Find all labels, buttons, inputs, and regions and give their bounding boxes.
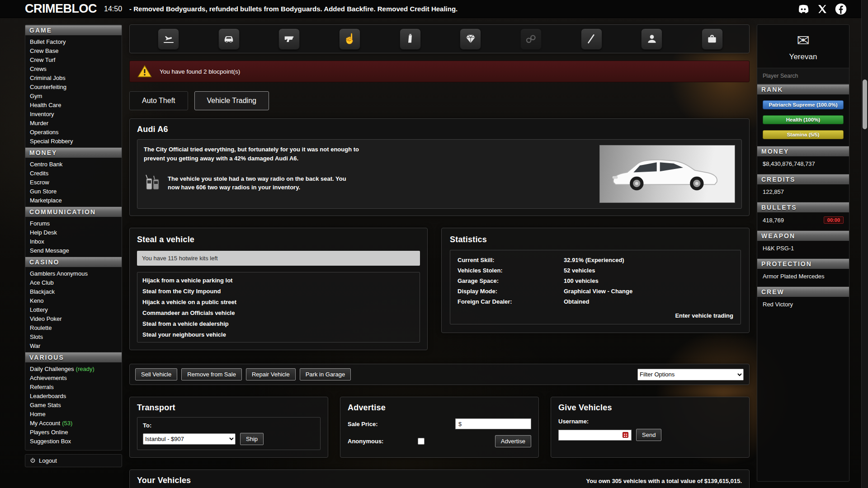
sale-price-field: $ [455, 418, 531, 429]
mail-icon[interactable]: ✉ [797, 32, 810, 48]
x-icon[interactable] [817, 4, 828, 14]
sidebar-item[interactable]: Counterfeiting [25, 82, 122, 91]
to-label: To: [143, 422, 315, 429]
sidebar-item[interactable]: Crew Turf [25, 55, 122, 64]
sidebar-item[interactable]: Achievements [25, 373, 122, 382]
sidebar-item[interactable]: Daily Challenges(ready) [25, 364, 122, 373]
sidebar-item[interactable]: Bullet Factory [25, 37, 122, 46]
sidebar-item[interactable]: Inbox [25, 237, 122, 246]
logout-button[interactable]: Logout [25, 454, 122, 467]
sidebar-item[interactable]: War [25, 341, 122, 350]
sale-price-input[interactable] [463, 421, 522, 427]
vehicle-action-button[interactable]: Repair Vehicle [246, 368, 296, 380]
steal-option-link[interactable]: Steal from the City Impound [137, 286, 420, 296]
advertise-button[interactable]: Advertise [495, 435, 531, 447]
sidebar-item[interactable]: Leaderboards [25, 391, 122, 400]
sidebar-item[interactable]: Murder [25, 118, 122, 127]
rank-badges: Patriarch Supreme (100.0%) Health (100%)… [757, 94, 849, 146]
player-panel: ✉ Yerevan RANK Patriarch Supreme (100.0%… [757, 24, 849, 482]
sidebar-item[interactable]: Escrow [25, 178, 122, 187]
send-button[interactable]: Send [636, 429, 661, 441]
sidebar-item[interactable]: Referrals [25, 382, 122, 391]
sidebar-item[interactable]: My Account(53) [25, 418, 122, 427]
sidebar-item[interactable]: Slots [25, 332, 122, 341]
sidebar-item[interactable]: Lottery [25, 305, 122, 314]
steal-option-link[interactable]: Hijack from a vehicle parking lot [137, 275, 420, 286]
sidebar-item[interactable]: Ace Club [25, 278, 122, 287]
mail-wrap: ✉ [757, 25, 849, 48]
sidebar-item[interactable]: Suggestion Box [25, 436, 122, 446]
vehicle-result-panel: Audi A6 The City Official tried everythi… [129, 118, 750, 216]
rank-progress-badge: Patriarch Supreme (100.0%) [763, 100, 844, 109]
anonymous-checkbox[interactable] [418, 438, 425, 445]
steal-option-link[interactable]: Hijack a vehicle on a public street [137, 296, 420, 307]
sidebar-item[interactable]: Keno [25, 296, 122, 305]
username-input[interactable] [561, 432, 615, 438]
filter-options-select[interactable]: Filter Options [637, 369, 744, 380]
sidebar-item[interactable]: Gamblers Anonymous [25, 269, 122, 278]
sidebar-item[interactable]: Marketplace [25, 196, 122, 205]
sidebar-item[interactable]: Crew Base [25, 46, 122, 55]
scrollbar-thumb[interactable] [863, 80, 867, 129]
ammo-clip-icon[interactable] [400, 28, 421, 50]
sidebar-item[interactable]: Gym [25, 91, 122, 100]
sidebar-item[interactable]: Special Robbery [25, 136, 122, 145]
vehicle-action-button[interactable]: Park in Garage [300, 368, 351, 380]
sidebar-item[interactable]: Criminal Jobs [25, 73, 122, 82]
sidebar-item[interactable]: Video Poker [25, 314, 122, 323]
diamond-icon[interactable] [460, 28, 481, 50]
vehicle-action-button[interactable]: Sell Vehicle [135, 368, 177, 380]
money-section-header: MONEY [757, 146, 849, 156]
left-sidebar: GAME Bullet Factory Crew Base Crew Turf … [25, 24, 122, 467]
tab-vehicle-trading[interactable]: Vehicle Trading [194, 91, 269, 110]
destination-select[interactable]: Istanbul - $907 [143, 433, 236, 445]
briefcase-icon[interactable] [702, 28, 723, 50]
sidebar-item[interactable]: Game Stats [25, 400, 122, 409]
sidebar-item-label: Forums [30, 220, 50, 227]
sidebar-item[interactable]: Roulette [25, 323, 122, 332]
sidebar-item[interactable]: Centro Bank [25, 160, 122, 169]
sidebar-item[interactable]: Help Desk [25, 228, 122, 237]
facebook-icon[interactable] [835, 3, 847, 15]
sidebar-item[interactable]: Gun Store [25, 187, 122, 196]
sidebar-item[interactable]: Credits [25, 169, 122, 178]
sidebar-item[interactable]: Home [25, 409, 122, 418]
sidebar-item[interactable]: Blackjack [25, 287, 122, 296]
steal-option-link[interactable]: Steal from a vehicle dealership [137, 318, 420, 329]
sidebar-item[interactable]: Inventory [25, 109, 122, 118]
sidebar-item[interactable]: Health Care [25, 100, 122, 109]
crimes-hand-icon[interactable]: ☝ [339, 28, 360, 50]
sidebar-list-various: Daily Challenges(ready) Achievements Ref… [25, 362, 122, 447]
sidebar-item-label: War [30, 343, 40, 349]
handcuffs-icon [520, 28, 542, 50]
knife-icon[interactable] [581, 28, 602, 50]
sidebar-item-label: Roulette [30, 324, 52, 331]
sidebar-item[interactable]: Crews [25, 64, 122, 73]
health-badge: Health (100%) [763, 115, 844, 124]
page-scrollbar[interactable] [861, 0, 868, 488]
vehicles-icon[interactable] [218, 28, 240, 50]
sidebar-item[interactable]: Operations [25, 127, 122, 136]
agent-icon[interactable] [641, 28, 662, 50]
give-vehicles-panel: Give Vehicles Username: Send [551, 397, 750, 458]
player-search-input[interactable] [757, 68, 849, 84]
sidebar-item-label: Blackjack [30, 288, 55, 295]
stat-value: 52 vehicles [564, 265, 595, 276]
sidebar-item-label: Gym [30, 93, 42, 99]
sidebar-list-communication: Forums Help Desk Inbox Send Message [25, 217, 122, 257]
sidebar-item[interactable]: Forums [25, 219, 122, 228]
steal-option-link[interactable]: Commandeer an Officials vehicle [137, 307, 420, 318]
enter-vehicle-trading-link[interactable]: Enter vehicle trading [675, 312, 733, 319]
travel-icon[interactable] [158, 28, 179, 50]
username-lookup-icon[interactable] [623, 432, 628, 438]
vehicle-action-button[interactable]: Remove from Sale [181, 368, 242, 380]
steal-option-link[interactable]: Steal your neighbours vehicle [137, 329, 420, 340]
discord-icon[interactable] [797, 2, 810, 16]
ship-button[interactable]: Ship [240, 433, 264, 445]
sidebar-item[interactable]: Send Message [25, 246, 122, 255]
sidebar-item[interactable]: Players Online [25, 427, 122, 436]
steal-panel-title: Steal a vehicle [137, 235, 420, 244]
gun-icon[interactable] [278, 28, 300, 50]
stat-row: Foreign Car Dealer: Obtained [458, 296, 733, 307]
tab-auto-theft[interactable]: Auto Theft [129, 91, 188, 110]
